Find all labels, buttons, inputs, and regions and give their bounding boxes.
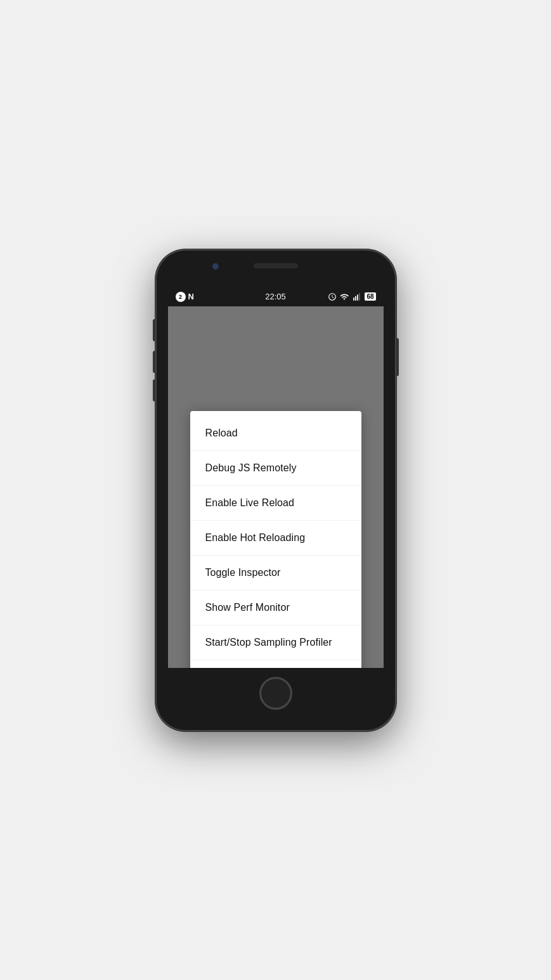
menu-item-sampling-profiler[interactable]: Start/Stop Sampling Profiler bbox=[190, 625, 361, 660]
phone-top bbox=[155, 249, 396, 287]
status-bar: 2 N 22:05 bbox=[168, 287, 384, 306]
status-bar-left: 2 N bbox=[176, 292, 194, 302]
battery-icon: 68 bbox=[365, 292, 375, 301]
phone-device: 2 N 22:05 bbox=[155, 249, 396, 731]
menu-item-dev-settings[interactable]: Dev Settings bbox=[190, 660, 361, 668]
menu-item-debug-js[interactable]: Debug JS Remotely bbox=[190, 451, 361, 486]
status-time: 22:05 bbox=[265, 292, 286, 301]
app-initial: N bbox=[188, 292, 194, 301]
wifi-icon bbox=[339, 292, 349, 301]
menu-item-perf-monitor[interactable]: Show Perf Monitor bbox=[190, 591, 361, 625]
status-bar-right: 68 bbox=[328, 292, 375, 301]
dev-menu-card: Reload Debug JS Remotely Enable Live Rel… bbox=[190, 411, 361, 668]
home-button[interactable] bbox=[259, 677, 292, 710]
signal-icon bbox=[352, 292, 362, 301]
svg-rect-1 bbox=[355, 296, 356, 300]
svg-rect-0 bbox=[354, 297, 355, 301]
screen-background: Reload Debug JS Remotely Enable Live Rel… bbox=[168, 306, 384, 668]
front-camera bbox=[212, 263, 219, 270]
phone-bottom bbox=[155, 668, 396, 719]
earpiece-speaker bbox=[254, 263, 298, 268]
menu-item-toggle-inspector[interactable]: Toggle Inspector bbox=[190, 556, 361, 591]
menu-item-hot-reloading[interactable]: Enable Hot Reloading bbox=[190, 521, 361, 556]
svg-rect-3 bbox=[359, 293, 360, 301]
alarm-icon bbox=[328, 292, 337, 301]
menu-item-live-reload[interactable]: Enable Live Reload bbox=[190, 486, 361, 521]
badge-count: 2 bbox=[179, 294, 182, 300]
phone-screen: 2 N 22:05 bbox=[168, 287, 384, 668]
notification-badge: 2 bbox=[176, 292, 186, 302]
svg-rect-2 bbox=[357, 294, 358, 300]
menu-item-reload[interactable]: Reload bbox=[190, 416, 361, 451]
